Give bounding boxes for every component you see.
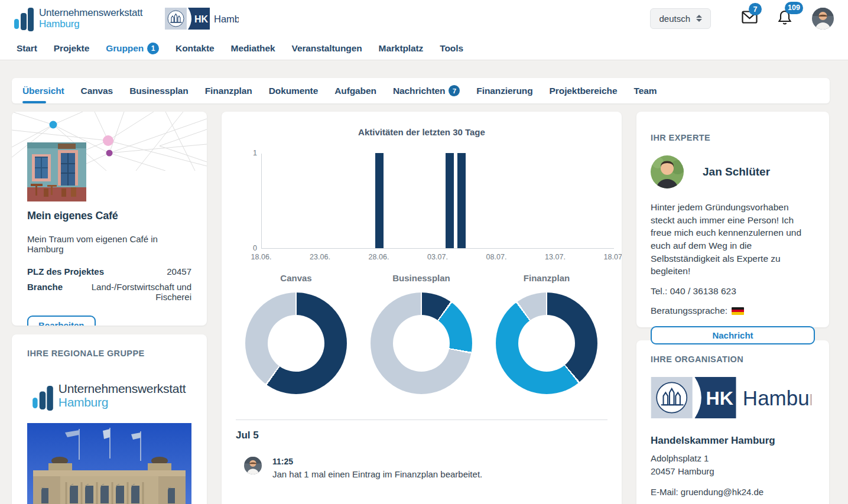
donut-hole xyxy=(393,315,450,372)
x-axis-tick: 13.07. xyxy=(545,253,566,261)
tab-label: Finanzierung xyxy=(476,86,532,96)
regional-group-logo-line1: Unternehmenswerkstatt xyxy=(59,382,186,395)
expert-language-label: Beratungssprache: xyxy=(651,305,727,316)
regional-group-logo-icon xyxy=(33,383,53,411)
notifications-button[interactable]: 109 xyxy=(778,9,792,28)
donut-charts-row: CanvasBusinessplanFinanzplan xyxy=(236,273,607,394)
x-axis-tick: 18.07. xyxy=(604,253,622,261)
tab-aufgaben[interactable]: Aufgaben xyxy=(334,78,376,103)
y-axis-tick: 0 xyxy=(237,244,257,252)
project-photo xyxy=(27,142,86,201)
left-column: Mein eigenes Café Mein Traum vom eigenen… xyxy=(12,112,207,504)
nav-item-gruppen[interactable]: Gruppen1 xyxy=(106,43,159,54)
app-logo-text: Unternehmenswerkstatt Hamburg xyxy=(39,7,142,31)
organisation-address-line2: 20457 Hamburg xyxy=(651,465,815,478)
nav-item-kontakte[interactable]: Kontakte xyxy=(176,43,215,54)
nav-item-label: Veranstaltungen xyxy=(292,43,362,54)
expert-identity-row: Jan Schlüter xyxy=(651,155,815,188)
messages-badge: 7 xyxy=(749,3,762,15)
branche-label: Branche xyxy=(27,282,63,302)
feed-entry: 11:25 Jan hat 1 mal einen Eintrag im Fin… xyxy=(236,457,607,479)
nav-item-veranstaltungen[interactable]: Veranstaltungen xyxy=(292,43,362,54)
organisation-logo-label: Hamburg xyxy=(743,386,811,409)
tab-label: Finanzplan xyxy=(205,86,252,96)
donut-chart-graphic xyxy=(496,292,597,394)
tab-label: Team xyxy=(633,86,657,96)
activity-bar-chart: 0118.06.23.06.28.06.03.07.08.07.13.07.18… xyxy=(236,139,607,253)
donut-chart-graphic xyxy=(371,292,472,394)
nav-item-badge: 1 xyxy=(147,43,159,54)
nav-item-label: Tools xyxy=(440,43,463,54)
expert-heading: IHR EXPERTE xyxy=(651,133,815,142)
donut-chart-title: Finanzplan xyxy=(524,273,570,283)
regional-group-heading: IHRE REGIONALE GRUPPE xyxy=(27,349,191,358)
expert-name: Jan Schlüter xyxy=(703,165,770,178)
hk-logo-abbr: HK xyxy=(194,14,209,24)
feed-entry-avatar xyxy=(244,457,262,474)
expert-avatar-image xyxy=(651,155,684,188)
nav-item-mediathek[interactable]: Mediathek xyxy=(231,43,275,54)
tab-dokumente[interactable]: Dokumente xyxy=(269,78,319,103)
hk-logo-image: HK Hamburg xyxy=(165,8,239,30)
app-logo[interactable]: Unternehmenswerkstatt Hamburg xyxy=(14,5,142,31)
tab-ubersicht[interactable]: Übersicht xyxy=(22,78,64,103)
user-avatar[interactable] xyxy=(812,8,834,30)
tab-label: Übersicht xyxy=(22,86,64,96)
regional-group-logo: Unternehmenswerkstatt Hamburg xyxy=(27,382,191,410)
project-tabs: ÜbersichtCanvasBusinessplanFinanzplanDok… xyxy=(12,78,830,103)
project-title: Mein eigenes Café xyxy=(27,210,191,222)
x-axis-tick: 03.07. xyxy=(427,253,448,261)
app-logo-icon xyxy=(14,5,34,31)
y-axis-tick: 1 xyxy=(237,149,257,157)
language-select[interactable]: deutsch xyxy=(650,8,711,29)
organisation-email: E-Mail: gruendung@hk24.de xyxy=(651,487,815,497)
notifications-badge: 109 xyxy=(785,2,803,14)
page-content: Mein eigenes Café Mein Traum vom eigenen… xyxy=(0,103,848,504)
activity-bar-05-07 xyxy=(457,153,466,248)
edit-project-button[interactable]: Bearbeiten xyxy=(27,316,96,326)
donut-chart-title: Canvas xyxy=(280,273,311,283)
tab-businessplan[interactable]: Businessplan xyxy=(129,78,189,103)
nav-item-label: Marktplatz xyxy=(379,43,424,54)
organisation-heading: IHRE ORGANISATION xyxy=(651,355,815,364)
nav-item-marktplatz[interactable]: Marktplatz xyxy=(379,43,424,54)
messages-button[interactable]: 7 xyxy=(742,11,758,26)
project-branche-row: Branche Land-/Forstwirtschaft und Fische… xyxy=(27,282,191,302)
tab-finanzplan[interactable]: Finanzplan xyxy=(205,78,252,103)
donut-hole xyxy=(268,315,324,372)
tab-finanzierung[interactable]: Finanzierung xyxy=(476,78,532,103)
tab-projektbereiche[interactable]: Projektbereiche xyxy=(550,78,618,103)
donut-chart-graphic xyxy=(245,292,347,394)
app-logo-line1: Unternehmenswerkstatt xyxy=(39,7,142,18)
x-axis-tick: 18.06. xyxy=(251,253,272,261)
message-expert-button[interactable]: Nachricht xyxy=(651,326,815,344)
tab-label: Canvas xyxy=(81,86,113,96)
bar-chart-title: Aktivitäten der letzten 30 Tage xyxy=(236,127,607,137)
nav-item-projekte[interactable]: Projekte xyxy=(54,43,89,54)
user-avatar-image xyxy=(812,8,834,30)
organisation-name: Handelskammer Hamburg xyxy=(651,435,815,447)
feed-divider xyxy=(236,420,607,420)
chevron-up-down-icon xyxy=(696,15,702,22)
nav-item-start[interactable]: Start xyxy=(17,43,37,54)
hk-logo: HK Hamburg xyxy=(165,8,239,30)
nav-item-tools[interactable]: Tools xyxy=(440,43,463,54)
x-axis-tick: 23.06. xyxy=(310,253,330,261)
project-plz-row: PLZ des Projektes 20457 xyxy=(27,266,191,277)
plz-label: PLZ des Projektes xyxy=(27,266,104,277)
tab-nachrichten[interactable]: Nachrichten7 xyxy=(393,78,460,103)
tab-label: Dokumente xyxy=(269,86,319,96)
branche-value: Land-/Forstwirtschaft und Fischerei xyxy=(63,282,191,302)
nav-item-label: Start xyxy=(17,43,37,54)
middle-column: Aktivitäten der letzten 30 Tage 0118.06.… xyxy=(222,112,622,504)
donut-chart-title: Businessplan xyxy=(392,273,450,283)
expert-avatar xyxy=(651,155,684,188)
regional-group-photo xyxy=(27,423,191,504)
project-card-body: Mein eigenes Café Mein Traum vom eigenen… xyxy=(12,210,207,326)
tab-team[interactable]: Team xyxy=(633,78,657,103)
feed-entry-avatar-image xyxy=(244,457,262,474)
right-column: IHR EXPERTE Jan Schlüter Hinter jedem Gr… xyxy=(636,112,829,504)
tab-canvas[interactable]: Canvas xyxy=(81,78,113,103)
feed-entry-body: 11:25 Jan hat 1 mal einen Eintrag im Fin… xyxy=(272,457,482,479)
nav-item-label: Projekte xyxy=(54,43,89,54)
